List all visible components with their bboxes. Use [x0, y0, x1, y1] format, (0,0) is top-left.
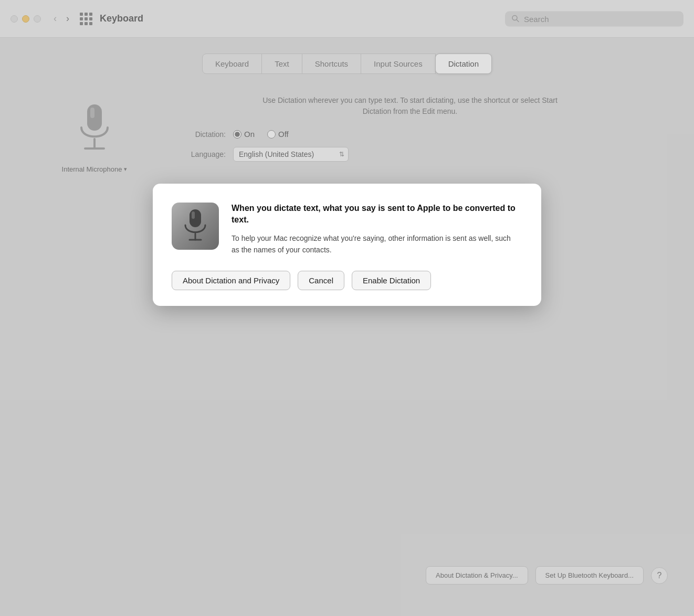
modal-body-text: To help your Mac recognize what you're s…: [232, 232, 520, 256]
modal-title: When you dictate text, what you say is s…: [232, 203, 520, 226]
modal-body: When you dictate text, what you say is s…: [172, 203, 520, 256]
cancel-button[interactable]: Cancel: [298, 271, 344, 290]
svg-rect-9: [192, 211, 195, 219]
modal-overlay: When you dictate text, what you say is s…: [0, 0, 694, 616]
modal-mic-icon-box: [172, 203, 219, 250]
modal-buttons: About Dictation and Privacy Cancel Enabl…: [172, 271, 520, 290]
enable-dictation-button[interactable]: Enable Dictation: [352, 271, 431, 290]
modal-dialog: When you dictate text, what you say is s…: [153, 184, 541, 306]
modal-microphone-icon: [181, 207, 209, 245]
about-dictation-privacy-button[interactable]: About Dictation and Privacy: [172, 271, 290, 290]
modal-text: When you dictate text, what you say is s…: [232, 203, 520, 256]
svg-rect-6: [190, 209, 201, 227]
